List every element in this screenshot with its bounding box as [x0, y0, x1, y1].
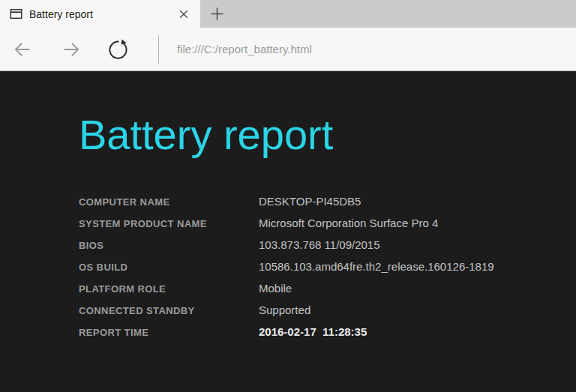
- new-tab-button[interactable]: [203, 0, 230, 28]
- table-row-platform-role: PLATFORM ROLE Mobile: [79, 282, 576, 304]
- table-row-report-time: REPORT TIME 2016-02-17 11:28:35: [79, 325, 576, 347]
- back-button[interactable]: [9, 36, 36, 63]
- row-label: PLATFORM ROLE: [79, 283, 259, 295]
- row-label: REPORT TIME: [79, 327, 259, 338]
- address-url-text: file:///C:/report_battery.html: [177, 43, 312, 55]
- table-row-bios: BIOS 103.873.768 11/09/2015: [79, 238, 576, 260]
- row-value: DESKTOP-PI45DB5: [259, 195, 361, 208]
- browser-toolbar: file:///C:/report_battery.html: [0, 28, 576, 71]
- browser-window: Battery report: [0, 0, 576, 392]
- row-label: SYSTEM PRODUCT NAME: [79, 218, 259, 229]
- row-value: Microsoft Corporation Surface Pro 4: [259, 217, 438, 229]
- page-title: Battery report: [79, 111, 576, 159]
- forward-button[interactable]: [58, 36, 85, 63]
- plus-icon: [210, 7, 224, 21]
- system-info-table: COMPUTER NAME DESKTOP-PI45DB5 SYSTEM PRO…: [79, 195, 576, 347]
- refresh-button[interactable]: [104, 36, 131, 63]
- row-value: 2016-02-17 11:28:35: [259, 325, 367, 338]
- address-bar[interactable]: file:///C:/report_battery.html: [177, 43, 576, 55]
- left-arrow-icon: [11, 38, 34, 61]
- page-content: Battery report COMPUTER NAME DESKTOP-PI4…: [0, 71, 576, 392]
- refresh-icon: [106, 37, 130, 61]
- tab-title: Battery report: [29, 8, 173, 20]
- row-label: COMPUTER NAME: [79, 196, 259, 208]
- row-value: 103.873.768 11/09/2015: [259, 238, 380, 251]
- right-arrow-icon: [60, 38, 82, 61]
- row-label: BIOS: [79, 240, 259, 251]
- row-label: OS BUILD: [79, 262, 259, 273]
- tab-battery-report[interactable]: Battery report: [0, 0, 200, 28]
- tab-bar: Battery report: [0, 0, 576, 28]
- table-row-os-build: OS BUILD 10586.103.amd64fre.th2_release.…: [79, 260, 576, 282]
- table-row-computer-name: COMPUTER NAME DESKTOP-PI45DB5: [79, 195, 576, 217]
- toolbar-divider: [158, 35, 159, 64]
- row-value: Supported: [259, 304, 310, 316]
- row-label: CONNECTED STANDBY: [79, 305, 259, 316]
- table-row-system-product-name: SYSTEM PRODUCT NAME Microsoft Corporatio…: [79, 217, 576, 238]
- close-tab-icon[interactable]: [173, 4, 194, 25]
- row-value: Mobile: [259, 282, 292, 295]
- page-favicon-window-icon: [10, 8, 22, 19]
- row-value: 10586.103.amd64fre.th2_release.160126-18…: [259, 260, 494, 273]
- table-row-connected-standby: CONNECTED STANDBY Supported: [79, 304, 576, 325]
